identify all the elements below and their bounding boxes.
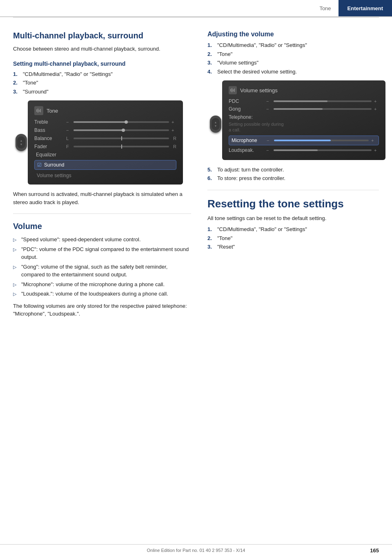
volume-settings-label: Volume settings [37,173,71,178]
gong-row: Gong − + [229,106,379,112]
fader-slider [74,146,169,147]
bass-plus: + [172,128,176,133]
right-column: Adjusting the volume 1. "CD/Multimedia",… [207,31,379,321]
resetting-step-1: 1. "CD/Multimedia", "Radio" or "Settings… [207,225,379,234]
adjusting-title: Adjusting the volume [207,31,379,38]
pdc-label: PDC [229,98,264,104]
step-num: 2. [207,50,214,58]
gong-fill [274,108,323,110]
surround-check-icon: ☑ [37,162,42,168]
step-text: "Tone" [217,50,232,58]
header-entertainment-label: Entertainment [339,0,392,16]
volume-bullets-list: ▷ "Speed volume": speed-dependent volume… [13,236,191,298]
setting-steps-list: 1. "CD/Multimedia", "Radio" or "Settings… [13,70,191,96]
surround-row: ☑ Surround [34,160,176,170]
section-divider-resetting [207,190,379,190]
fader-indicator [121,145,122,149]
gong-plus: + [374,107,379,111]
footer-page: 165 [370,547,379,554]
step-text: "CD/Multimedia", "Radio" or "Settings" [23,70,113,78]
footer: Online Edition for Part no. 01 40 2 957 … [0,544,392,556]
page-header: Tone Entertainment [0,0,392,17]
section-divider-volume [13,214,191,214]
step-num: 3. [207,243,214,251]
volume-bullet-3: ▷ "Gong": volume of the signal, such as … [13,263,191,279]
multichannel-title: Multi-channel playback, surround [13,31,191,41]
step-num: 1. [207,225,214,234]
adjusting-steps-list: 1. "CD/Multimedia", "Radio" or "Settings… [207,41,379,76]
bass-row: Bass − + [34,127,176,133]
pdc-row: PDC − + [229,98,379,104]
bullet-text: "PDC": volume of the PDC signal compared… [21,245,191,261]
svg-rect-3 [40,109,41,112]
left-column: Multi-channel playback, surround Choose … [13,31,191,321]
footer-text: Online Edition for Part no. 01 40 2 957 … [147,548,245,553]
volume-bullet-1: ▷ "Speed volume": speed-dependent volume… [13,236,191,244]
fader-r: R [172,144,176,149]
step-text: "Surround" [23,88,49,96]
volume-bullet-5: ▷ "Loudspeak.": volume of the loudspeake… [13,290,191,298]
bullet-text: "Speed volume": speed-dependent volume c… [21,236,141,244]
treble-minus: − [66,120,71,125]
adjusting-step-1: 1. "CD/Multimedia", "Radio" or "Settings… [207,41,379,49]
resetting-title: Resetting the tone settings [207,198,379,210]
controller-button: ▲ ▼ [16,134,27,151]
volume-footer-text: The following volumes are only stored fo… [13,302,191,318]
microphone-plus: + [371,138,376,143]
step-num: 3. [207,59,214,67]
balance-slider [74,138,169,139]
tone-icon [34,106,43,115]
telephone-section: Telephone: Setting possible only duringa… [229,114,379,133]
svg-rect-6 [233,89,234,91]
balance-row: Balance L R [34,136,176,141]
bullet-arrow-icon: ▷ [13,246,18,253]
loudspeak-row: Loudspeak. − + [229,147,379,153]
svg-rect-5 [232,88,232,92]
volume-screen-image: ▲ ▼ Volume settings PDC − + [222,80,385,160]
surround-desc: When surround is activated, multi-channe… [13,190,191,206]
step-num: 1. [13,70,20,78]
microphone-minus: − [267,138,272,143]
bullet-text: "Loudspeak.": volume of the loudspeakers… [21,290,168,298]
step-text: To adjust: turn the controller. [217,166,284,174]
step-num: 3. [13,88,20,96]
telephone-label: Telephone: [229,114,379,120]
bullet-text: "Gong": volume of the signal, such as th… [21,263,191,279]
step-num: 2. [13,79,20,87]
fader-row: Fader F R [34,144,176,149]
equalizer-label: Equalizer [34,152,176,158]
adjusting-step-3: 3. "Volume settings" [207,59,379,67]
volume-screen-title: Volume settings [240,87,278,93]
step-num: 6. [207,174,214,182]
tone-screen-image: ▲ ▼ Tone Treble − + [28,100,183,185]
gong-slider [274,108,372,110]
loudspeak-fill [274,149,318,151]
adjusting-step-4: 4. Select the desired volume setting. [207,68,379,76]
telephone-sub: Setting possible only duringa call. [229,121,379,133]
bullet-arrow-icon: ▷ [13,291,18,298]
step-text: To store: press the controller. [217,174,285,182]
fader-f: F [66,144,71,149]
balance-indicator [121,136,122,140]
resetting-intro: All tone settings can be reset to the de… [207,214,379,222]
pdc-slider [274,100,372,102]
bass-slider [74,129,169,131]
bullet-arrow-icon: ▷ [13,281,18,288]
volume-icon [229,86,237,94]
setting-title: Setting multi-channel playback, surround [13,60,191,67]
step-text: "Reset" [217,243,235,251]
adjusting-steps-56: 5. To adjust: turn the controller. 6. To… [207,166,379,182]
pdc-plus: + [374,99,379,104]
controller-button2: ▲ ▼ [210,116,221,133]
treble-slider [74,121,169,123]
adjusting-step-6: 6. To store: press the controller. [207,174,379,182]
adjusting-step-5: 5. To adjust: turn the controller. [207,166,379,174]
microphone-slider [274,140,369,141]
fader-label: Fader [34,144,64,149]
setting-step-3: 3. "Surround" [13,88,191,96]
volume-bullet-4: ▷ "Microphone": volume of the microphone… [13,280,191,289]
balance-r: R [172,136,176,141]
bullet-arrow-icon: ▷ [13,236,18,243]
pdc-fill [274,100,327,102]
pdc-minus: − [266,99,271,104]
